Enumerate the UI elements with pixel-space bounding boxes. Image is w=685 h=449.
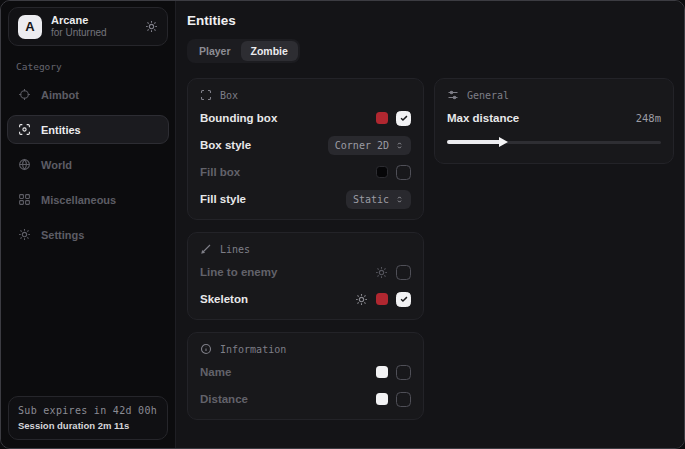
box-corners-icon (200, 89, 212, 101)
setting-label: Max distance (447, 112, 519, 124)
setting-row-skeleton: Skeleton (200, 288, 411, 310)
checkbox-unchecked[interactable] (396, 265, 411, 280)
color-swatch[interactable] (376, 366, 388, 378)
sidebar-item-label: Settings (41, 229, 84, 241)
gear-icon[interactable] (375, 266, 388, 279)
setting-row-distance: Distance (200, 388, 411, 410)
checkbox-unchecked[interactable] (396, 392, 411, 407)
setting-row-fill-style: Fill style Static (200, 188, 411, 210)
entity-type-tabs: Player Zombie (187, 39, 300, 63)
app-title-block: Arcane for Unturned (51, 14, 107, 39)
setting-label: Line to enemy (200, 266, 277, 278)
unfold-icon (395, 195, 404, 204)
setting-row-name: Name (200, 361, 411, 383)
sidebar-item-entities[interactable]: Entities (7, 115, 169, 144)
slider-value: 248m (636, 112, 661, 124)
entities-scan-icon (18, 123, 31, 136)
fill-style-dropdown[interactable]: Static (346, 190, 411, 209)
settings-content: Box Bounding box (187, 78, 674, 420)
left-column: Box Bounding box (187, 78, 424, 420)
sliders-icon (447, 89, 459, 101)
grid-icon (18, 193, 31, 206)
checkbox-checked[interactable] (396, 292, 411, 307)
sidebar-item-label: Aimbot (41, 89, 79, 101)
setting-row-max-distance: Max distance 248m (447, 107, 661, 129)
sub-expiry-text: Sub expires in 42d 00h (18, 405, 158, 416)
checkbox-checked[interactable] (396, 111, 411, 126)
information-section-header: Information (200, 342, 411, 356)
sidebar-item-label: World (41, 159, 72, 171)
section-title: Information (220, 344, 286, 355)
app-window: A Arcane for Unturned Category (0, 0, 685, 449)
section-title: General (467, 90, 509, 101)
setting-label: Distance (200, 393, 248, 405)
setting-row-fill-box: Fill box (200, 161, 411, 183)
lines-section-card: Lines Line to enemy (187, 232, 424, 320)
app-header-card: A Arcane for Unturned (8, 7, 168, 46)
setting-row-line-to-enemy: Line to enemy (200, 261, 411, 283)
app-logo: A (18, 15, 42, 39)
setting-label: Bounding box (200, 112, 277, 124)
dropdown-value: Corner 2D (335, 140, 389, 151)
info-icon (200, 343, 212, 355)
section-title: Lines (220, 244, 250, 255)
crosshair-icon (18, 88, 31, 101)
color-swatch[interactable] (376, 112, 388, 124)
category-label: Category (16, 61, 175, 72)
subscription-card: Sub expires in 42d 00h Session duration … (8, 396, 168, 440)
box-section-card: Box Bounding box (187, 78, 424, 220)
color-swatch[interactable] (376, 293, 388, 305)
box-section-header: Box (200, 88, 411, 102)
setting-row-bounding-box: Bounding box (200, 107, 411, 129)
sidebar-item-aimbot[interactable]: Aimbot (7, 80, 169, 109)
tab-player[interactable]: Player (189, 41, 241, 61)
box-style-dropdown[interactable]: Corner 2D (328, 136, 411, 155)
setting-label: Name (200, 366, 231, 378)
general-section-card: General Max distance 248m (434, 78, 674, 164)
sidebar-item-label: Miscellaneous (41, 194, 116, 206)
slider-fill (447, 140, 501, 144)
right-column: General Max distance 248m (434, 78, 674, 164)
sidebar-nav: Aimbot Entities World (1, 74, 175, 255)
sidebar-item-miscellaneous[interactable]: Miscellaneous (7, 185, 169, 214)
dropdown-value: Static (353, 194, 389, 205)
section-title: Box (220, 90, 238, 101)
main-panel: Entities Player Zombie Box (176, 1, 685, 448)
checkbox-unchecked[interactable] (396, 165, 411, 180)
setting-row-box-style: Box style Corner 2D (200, 134, 411, 156)
setting-label: Fill box (200, 166, 240, 178)
setting-label: Box style (200, 139, 251, 151)
lines-section-header: Lines (200, 242, 411, 256)
unfold-icon (395, 141, 404, 150)
gear-icon[interactable] (355, 293, 368, 306)
sidebar: A Arcane for Unturned Category (1, 1, 176, 448)
setting-label: Fill style (200, 193, 246, 205)
page-title: Entities (187, 13, 674, 28)
checkbox-unchecked[interactable] (396, 365, 411, 380)
color-swatch[interactable] (376, 166, 388, 178)
slider-thumb-arrow-icon[interactable] (499, 137, 508, 147)
app-name: Arcane (51, 14, 107, 27)
pencil-line-icon (200, 243, 212, 255)
session-duration-text: Session duration 2m 11s (18, 420, 158, 431)
gear-icon (18, 228, 31, 241)
sidebar-item-world[interactable]: World (7, 150, 169, 179)
setting-label: Skeleton (200, 293, 248, 305)
gear-icon[interactable] (145, 20, 158, 33)
sidebar-item-settings[interactable]: Settings (7, 220, 169, 249)
color-swatch[interactable] (376, 393, 388, 405)
app-subtitle: for Unturned (51, 27, 107, 39)
general-section-header: General (447, 88, 661, 102)
tab-zombie[interactable]: Zombie (241, 41, 298, 61)
sidebar-item-label: Entities (41, 124, 81, 136)
max-distance-slider[interactable] (447, 138, 661, 146)
globe-icon (18, 158, 31, 171)
information-section-card: Information Name Distance (187, 332, 424, 420)
